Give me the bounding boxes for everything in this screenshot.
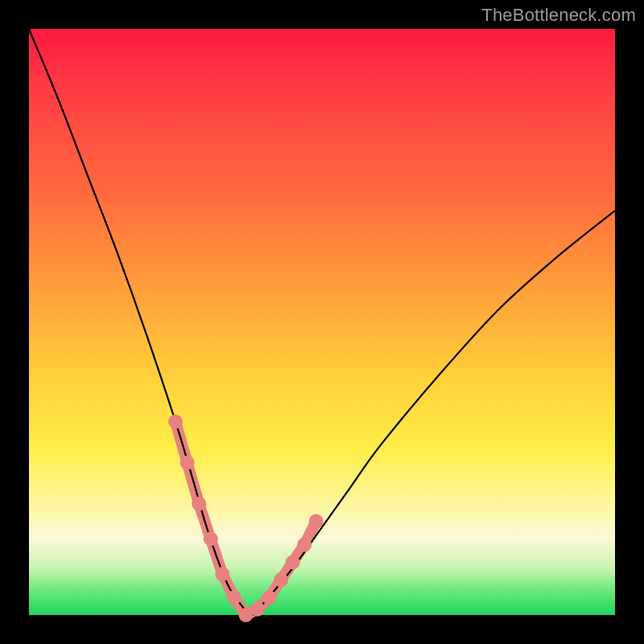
chart-frame: TheBottleneck.com <box>0 0 644 644</box>
highlight-dot <box>250 602 265 617</box>
highlight-dot <box>286 555 300 569</box>
highlight-dot <box>309 514 324 529</box>
highlight-dots <box>168 415 324 622</box>
curve-svg <box>29 29 615 615</box>
highlight-band <box>175 422 316 615</box>
bottleneck-curve <box>29 29 615 615</box>
highlight-dot <box>204 531 218 546</box>
highlight-dot <box>262 590 276 605</box>
highlight-path <box>175 422 316 615</box>
highlight-dot <box>180 456 195 470</box>
highlight-dot <box>297 538 312 552</box>
watermark-text: TheBottleneck.com <box>481 5 636 26</box>
highlight-dot <box>227 590 242 605</box>
plot-area <box>29 29 615 615</box>
highlight-dot <box>192 497 206 511</box>
highlight-dot <box>274 572 288 587</box>
highlight-dot <box>168 415 183 429</box>
highlight-dot <box>215 567 229 581</box>
